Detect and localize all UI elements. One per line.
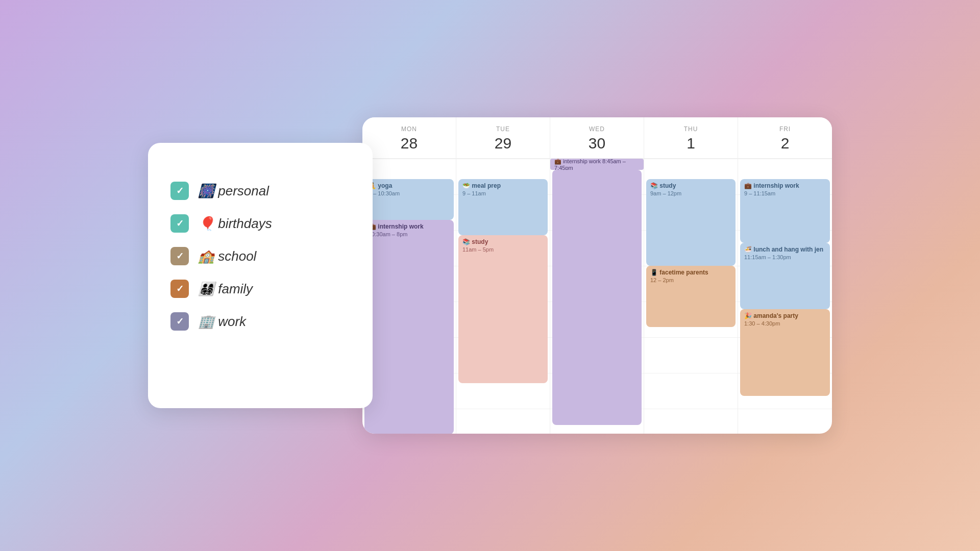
calendar-label-work: 🏢 work [198,314,246,330]
day-column-thu: 📚 study 9am – 12pm 📱 facetime parents 12… [644,159,738,434]
calendar-item-family[interactable]: ✓👨‍👩‍👧‍👦 family [170,280,350,298]
event-internship-work-fri[interactable]: 💼 internship work 9 – 11:15am [740,179,830,243]
calendar-grid: 🧘 yoga 9 – 10:30am 💼 internship work 10:… [362,159,832,434]
day-column-tue: 🥗 meal prep 9 – 11am 📚 study 11am – 5pm [456,159,550,434]
event-lunch-jen[interactable]: 🍜 lunch and hang with jen 11:15am – 1:30… [740,243,830,309]
event-meal-prep[interactable]: 🥗 meal prep 9 – 11am [458,179,548,235]
calendar-item-personal[interactable]: ✓🎆 personal [170,182,350,200]
event-study-tue[interactable]: 📚 study 11am – 5pm [458,235,548,383]
event-block-internship-work-wed-banner [552,170,642,425]
checkbox-birthdays[interactable]: ✓ [170,214,189,233]
calendar-label-family: 👨‍👩‍👧‍👦 family [198,281,253,297]
day-column-wed: 💼 internship work 8:45am – 7:45pm [550,159,644,434]
checkbox-work[interactable]: ✓ [170,312,189,331]
calendar-label-school: 🏫 school [198,248,256,264]
event-study-thu[interactable]: 📚 study 9am – 12pm [646,179,736,266]
day-column-mon: 🧘 yoga 9 – 10:30am 💼 internship work 10:… [362,159,456,434]
calendar-main: MON 28 TUE 29 WED 30 THU 1 FRI 2 🧘 yoga … [362,117,832,434]
event-amandas-party[interactable]: 🎉 amanda's party 1:30 – 4:30pm [740,309,830,396]
day-header-wed: WED 30 [550,117,644,158]
checkbox-family[interactable]: ✓ [170,280,189,298]
day-header-fri: FRI 2 [738,117,832,158]
day-header-mon: MON 28 [362,117,456,158]
event-internship-work-mon[interactable]: 💼 internship work 10:30am – 8pm [364,220,454,434]
day-header-thu: THU 1 [644,117,738,158]
sidebar: ✓🎆 personal✓🎈 birthdays✓🏫 school✓👨‍👩‍👧‍👦… [148,143,373,408]
day-header-tue: TUE 29 [456,117,550,158]
event-yoga[interactable]: 🧘 yoga 9 – 10:30am [364,179,454,220]
calendar-item-birthdays[interactable]: ✓🎈 birthdays [170,214,350,233]
calendar-label-birthdays: 🎈 birthdays [198,216,272,232]
event-internship-work-wed-banner[interactable]: 💼 internship work 8:45am – 7:45pm [550,159,644,170]
day-column-fri: 💼 internship work 9 – 11:15am 🍜 lunch an… [738,159,832,434]
calendar-label-personal: 🎆 personal [198,183,269,199]
checkbox-school[interactable]: ✓ [170,247,189,265]
event-facetime-parents[interactable]: 📱 facetime parents 12 – 2pm [646,266,736,327]
checkbox-personal[interactable]: ✓ [170,182,189,200]
calendar-item-school[interactable]: ✓🏫 school [170,247,350,265]
calendar-header: MON 28 TUE 29 WED 30 THU 1 FRI 2 [362,117,832,159]
calendar-item-work[interactable]: ✓🏢 work [170,312,350,331]
